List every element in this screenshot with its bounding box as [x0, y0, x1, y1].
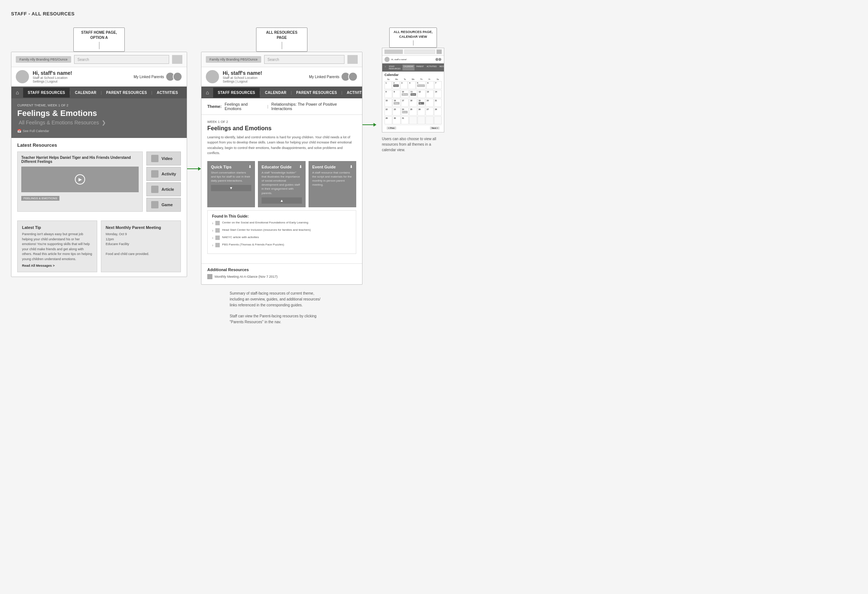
middle-nav-parent-resources[interactable]: PARENT RESOURCES: [292, 88, 341, 98]
found-item-4: › PBS Parents (Thomas & Friends Face Puz…: [212, 242, 351, 248]
educator-guide-card: Educator Guide ⬇ A staff "knowledge buil…: [258, 161, 306, 207]
cal-day[interactable]: 13: [426, 90, 434, 98]
cal-day[interactable]: 29: [384, 116, 392, 124]
left-hero-subtitle: All Feelings & Emotions Resources ❯: [17, 120, 181, 126]
left-search-button[interactable]: [172, 55, 182, 64]
quick-tips-card: Quick Tips ⬇ Short conversation starters…: [207, 161, 255, 207]
cal-week-4: 22 23 24Event 25 26 27 28: [384, 108, 442, 115]
middle-nav-activities[interactable]: ACTIVITIES: [342, 88, 362, 98]
cal-day[interactable]: 24Event: [401, 108, 409, 115]
theme-name[interactable]: Feelings and Emotions: [224, 102, 264, 111]
educator-guide-download-icon[interactable]: ⬇: [299, 165, 302, 169]
cal-day[interactable]: 7: [434, 81, 442, 89]
left-hero-week: CURRENT THEME, WEEK 1 OF 2: [17, 103, 181, 107]
left-user-links[interactable]: Settings | Logout: [32, 80, 130, 83]
cal-mini-search[interactable]: [404, 50, 435, 54]
middle-nav-home[interactable]: ⌂: [201, 87, 213, 98]
cal-mini-search-button[interactable]: [437, 50, 442, 54]
bottom-note-5: Staff can view the Parent-facing resourc…: [230, 313, 391, 319]
cal-mini-staff[interactable]: STAFF RESOURCES: [388, 65, 402, 71]
bottom-note-6: "Parents Resources" in the nav.: [230, 319, 391, 325]
resource-link-video[interactable]: Video: [146, 152, 181, 165]
cal-day[interactable]: 20: [425, 99, 433, 107]
quick-tips-expand[interactable]: ▼: [211, 185, 251, 191]
middle-parent-avatar-2: [348, 72, 358, 81]
resource-link-activity[interactable]: Activity: [146, 167, 181, 181]
bottom-note-3: links referenced in the corresponding gu…: [230, 302, 391, 308]
middle-search-button[interactable]: [347, 55, 358, 64]
quick-tips-body: Short conversation starters and tips for…: [211, 171, 251, 183]
play-button[interactable]: ▶: [75, 174, 85, 185]
middle-linked-label: My Linked Parents: [309, 75, 340, 79]
cal-day[interactable]: 4: [408, 81, 415, 89]
resource-link-article[interactable]: Article: [146, 182, 181, 196]
left-search[interactable]: Search: [74, 55, 169, 64]
cal-next-button[interactable]: Next >: [430, 127, 440, 130]
middle-callout-label: ALL RESOURCES PAGE: [256, 28, 307, 52]
cal-mini-activities[interactable]: ACTIVITIES: [425, 65, 438, 71]
cal-prev-button[interactable]: < Prev: [387, 127, 396, 130]
cal-body: Calendar Su Mo Tu We Th Fr Sa 1 2Event 3…: [382, 72, 444, 132]
cal-day[interactable]: 15: [384, 99, 392, 107]
cal-day[interactable]: 28: [434, 108, 442, 115]
cal-day: [425, 116, 433, 124]
left-nav-activities[interactable]: ACTIVITIES: [152, 88, 182, 98]
middle-search[interactable]: Search: [264, 55, 344, 64]
event-guide-body: A staff resource that contains the scrip…: [312, 171, 353, 187]
left-nav-messages[interactable]: ✉ MESSAGES: [182, 87, 187, 98]
quick-tips-download-icon[interactable]: ⬇: [248, 165, 251, 169]
cal-day[interactable]: 25: [409, 108, 417, 115]
left-nav-calendar[interactable]: CALENDAR: [71, 88, 101, 98]
left-calendar-link[interactable]: 📅 See Full Calendar: [17, 129, 181, 133]
cal-day[interactable]: 27: [425, 108, 433, 115]
read-all-link[interactable]: Read All Messages >: [22, 264, 93, 267]
right-section: ALL RESOURCES PAGE, CALENDAR VIEW Hi, st…: [376, 28, 450, 153]
cal-week-2: 8 9 10Activity 11Guide 12 13 14: [384, 90, 442, 98]
cal-day[interactable]: 26: [418, 108, 425, 115]
week-label: WEEK 1 OF 2: [207, 120, 356, 124]
event-guide-card: Event Guide ⬇ A staff resource that cont…: [309, 161, 356, 207]
cal-day[interactable]: 11Guide: [409, 90, 417, 98]
cal-day[interactable]: 17: [401, 99, 409, 107]
cal-mini-calendar[interactable]: CALENDAR: [403, 65, 415, 71]
bottom-notes: Summary of staff-facing resources of cur…: [230, 291, 391, 325]
cal-mini-parent[interactable]: PARENT: [415, 65, 425, 71]
left-section: STAFF HOME PAGE, OPTION A Family Ally Br…: [11, 28, 187, 277]
cal-mini-home[interactable]: ⌂: [384, 65, 387, 71]
cal-day[interactable]: 8: [384, 90, 392, 98]
cal-mini-messages[interactable]: MESSAGES: [438, 65, 444, 71]
middle-user-links[interactable]: Settings | Logout: [223, 80, 305, 83]
cal-day[interactable]: 22: [384, 108, 392, 115]
cal-day[interactable]: 12: [418, 90, 425, 98]
cal-day[interactable]: 2Event: [392, 81, 400, 89]
cal-day[interactable]: 6: [426, 81, 434, 89]
cal-day[interactable]: 19Tip: [418, 99, 425, 107]
cal-day[interactable]: 5Resource: [416, 81, 426, 89]
cal-day[interactable]: 10Activity: [401, 90, 409, 98]
left-nav-staff-resources[interactable]: STAFF RESOURCES: [23, 88, 69, 98]
cal-day[interactable]: 1: [384, 81, 392, 89]
middle-nav-staff-resources[interactable]: STAFF RESOURCES: [213, 88, 259, 98]
cal-day[interactable]: 3: [400, 81, 407, 89]
educator-guide-expand[interactable]: ▲: [261, 197, 302, 204]
cal-day[interactable]: 9: [393, 90, 400, 98]
cal-day[interactable]: 21: [434, 99, 442, 107]
cal-day[interactable]: 18: [409, 99, 417, 107]
left-latest-resources: Latest Resources Teacher Harriet Helps D…: [11, 138, 187, 216]
middle-username: Hi, staff's name!: [223, 70, 305, 76]
resource-link-game[interactable]: Game: [146, 198, 181, 212]
event-guide-download-icon[interactable]: ⬇: [350, 165, 353, 169]
cal-day[interactable]: 23: [393, 108, 400, 115]
middle-nav-calendar[interactable]: CALENDAR: [260, 88, 291, 98]
cal-day[interactable]: 16Video: [393, 99, 400, 107]
left-nav-parent-resources[interactable]: PARENT RESOURCES: [102, 88, 151, 98]
cal-title: Calendar: [384, 73, 442, 77]
cal-day[interactable]: 31: [401, 116, 409, 124]
article-icon: [151, 186, 158, 193]
game-icon: [151, 201, 158, 208]
cal-day[interactable]: 30: [393, 116, 400, 124]
cal-mini-header: [382, 48, 444, 56]
left-brand: Family Ally Branding PBS/Ounce: [16, 56, 71, 63]
left-nav-home[interactable]: ⌂: [11, 87, 23, 98]
cal-day[interactable]: 14: [434, 90, 442, 98]
